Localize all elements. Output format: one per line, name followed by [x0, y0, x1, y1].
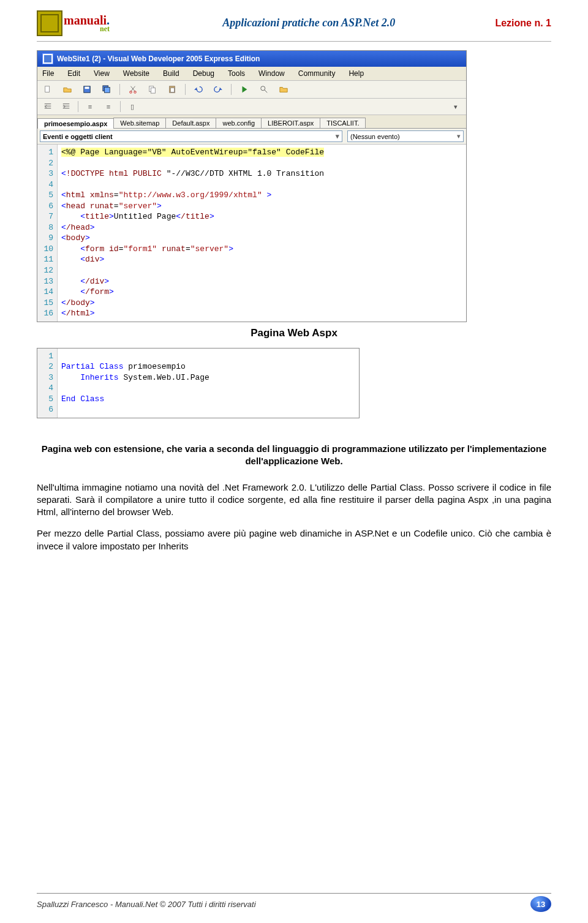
- open-icon[interactable]: [61, 83, 74, 96]
- footer-text: Spalluzzi Francesco - Manuali.Net © 2007…: [37, 900, 256, 909]
- svg-rect-8: [151, 88, 155, 93]
- tab-webconfig[interactable]: web.config: [216, 118, 262, 128]
- divider: [37, 41, 551, 42]
- svg-rect-10: [170, 88, 174, 92]
- separator: [120, 101, 121, 112]
- page-number: 13: [530, 896, 551, 912]
- undo-icon[interactable]: [192, 83, 205, 96]
- separator: [119, 84, 120, 95]
- line-gutter: 12345678910111213141516: [37, 145, 58, 322]
- paragraph: Nell'ultima immagine notiamo una novità …: [37, 481, 551, 519]
- code-area[interactable]: Partial Class primoesempio Inherits Syst…: [58, 348, 213, 418]
- separator: [78, 101, 78, 112]
- menu-item[interactable]: Window: [258, 69, 285, 78]
- figure-caption: Pagina Web Aspx: [37, 327, 551, 339]
- find-icon[interactable]: [257, 83, 271, 96]
- document-tabs: primoesempio.aspx Web.sitemap Default.as…: [37, 115, 466, 129]
- window-title: WebSite1 (2) - Visual Web Developer 2005…: [57, 55, 260, 63]
- cut-icon[interactable]: [126, 83, 140, 96]
- code-editor[interactable]: 12345678910111213141516 <%@ Page Languag…: [37, 145, 466, 322]
- folder-icon[interactable]: [277, 83, 290, 96]
- lead-paragraph: Pagina web con estensione, che varia a s…: [37, 443, 551, 468]
- chevron-down-icon: ▾: [336, 132, 339, 140]
- copy-icon[interactable]: [146, 83, 159, 96]
- save-all-icon[interactable]: [100, 83, 113, 96]
- tab-liberoit[interactable]: LIBEROIT.aspx: [261, 118, 320, 128]
- separator: [185, 84, 186, 95]
- page-footer: Spalluzzi Francesco - Manuali.Net © 2007…: [37, 893, 551, 912]
- toolbar-overflow-icon[interactable]: ▾: [449, 100, 462, 113]
- logo: manuali. net: [37, 6, 123, 40]
- menu-item[interactable]: Edit: [67, 69, 80, 78]
- toolbar-main: [37, 81, 466, 99]
- tab-tiscaliit[interactable]: TISCALIIT.: [320, 118, 366, 128]
- titlebar: WebSite1 (2) - Visual Web Developer 2005…: [37, 51, 466, 67]
- svg-rect-0: [45, 86, 50, 92]
- ide-screenshot-2: 123456 Partial Class primoesempio Inheri…: [37, 348, 360, 418]
- svg-point-11: [261, 86, 265, 91]
- redo-icon[interactable]: [211, 83, 225, 96]
- separator: [231, 84, 232, 95]
- line-gutter: 123456: [37, 348, 58, 418]
- event-selector[interactable]: (Nessun evento) ▾: [347, 130, 464, 142]
- doc-title: Applicazioni pratiche con ASP.Net 2.0: [127, 17, 490, 29]
- app-icon: [42, 53, 53, 64]
- menu-item[interactable]: Community: [298, 69, 336, 78]
- menu-item[interactable]: Help: [349, 69, 364, 78]
- lesson-number: Lezione n. 1: [495, 18, 551, 29]
- toolbar-format: ≡ ≡ ▯ ▾: [37, 99, 466, 115]
- menu-item[interactable]: Tools: [228, 69, 245, 78]
- menu-item[interactable]: File: [42, 69, 54, 78]
- outdent-icon[interactable]: [41, 100, 55, 113]
- object-selector[interactable]: Eventi e oggetti client ▾: [40, 130, 342, 142]
- menu-item[interactable]: Debug: [193, 69, 214, 78]
- tab-primoesempio[interactable]: primoesempio.aspx: [37, 118, 114, 129]
- ide-screenshot-1: WebSite1 (2) - Visual Web Developer 2005…: [37, 50, 467, 322]
- object-event-bar: Eventi e oggetti client ▾ (Nessun evento…: [37, 129, 466, 145]
- doc-header: manuali. net Applicazioni pratiche con A…: [37, 6, 551, 40]
- svg-rect-2: [85, 87, 89, 89]
- book-icon: [37, 10, 62, 36]
- comment-icon[interactable]: ≡: [83, 100, 97, 113]
- svg-rect-4: [105, 88, 110, 93]
- menu-item[interactable]: Website: [123, 69, 149, 78]
- tab-default[interactable]: Default.aspx: [165, 118, 216, 128]
- paste-icon[interactable]: [165, 83, 179, 96]
- menu-item[interactable]: View: [94, 69, 110, 78]
- body-text: Pagina web con estensione, che varia a s…: [37, 443, 551, 552]
- run-icon[interactable]: [238, 83, 251, 96]
- tab-sitemap[interactable]: Web.sitemap: [113, 118, 166, 128]
- menu-item[interactable]: Build: [163, 69, 179, 78]
- indent-icon[interactable]: [59, 100, 73, 113]
- new-file-icon[interactable]: [41, 83, 55, 96]
- chevron-down-icon: ▾: [457, 132, 461, 140]
- save-icon[interactable]: [80, 83, 94, 96]
- uncomment-icon[interactable]: ≡: [102, 100, 115, 113]
- menubar: File Edit View Website Build Debug Tools…: [37, 67, 466, 81]
- paragraph: Per mezzo delle Partial Class, possiamo …: [37, 527, 551, 552]
- code-area[interactable]: <%@ Page Language="VB" AutoEventWireup="…: [58, 145, 328, 322]
- bookmark-icon[interactable]: ▯: [126, 100, 139, 113]
